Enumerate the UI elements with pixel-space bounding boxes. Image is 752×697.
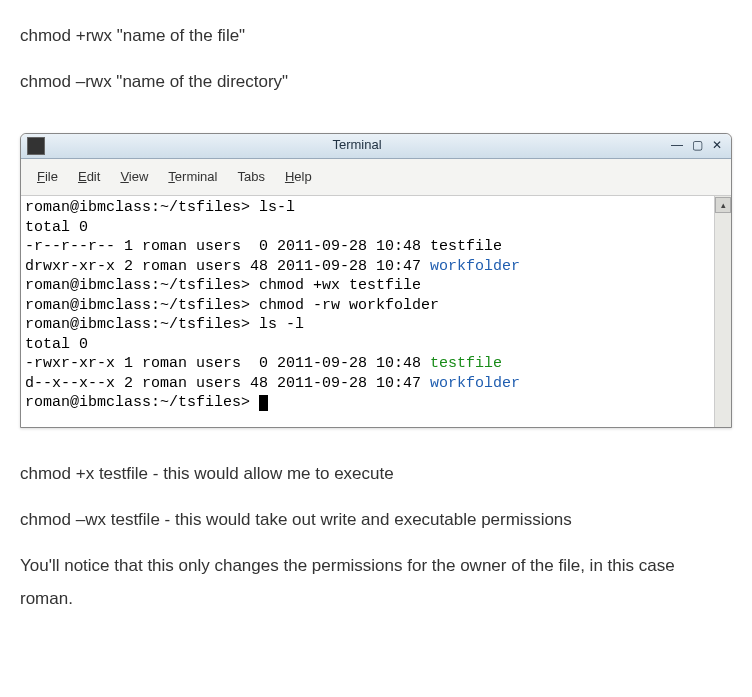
term-line: -rwxr-xr-x 1 roman users 0 2011-09-28 10… <box>25 355 430 372</box>
menu-tabs[interactable]: Tabs <box>229 163 272 192</box>
close-button[interactable]: ✕ <box>709 139 725 153</box>
term-prompt: roman@ibmclass:~/tsfiles> <box>25 394 259 411</box>
titlebar: Terminal — ▢ ✕ <box>21 134 731 159</box>
term-filename: testfile <box>430 355 502 372</box>
scrollbar[interactable]: ▴ <box>714 196 731 427</box>
menu-terminal[interactable]: Terminal <box>160 163 225 192</box>
terminal-window: Terminal — ▢ ✕ File Edit View Terminal T… <box>20 133 732 428</box>
term-filename: testfile <box>430 238 502 255</box>
terminal-app-icon <box>27 137 45 155</box>
term-line: roman@ibmclass:~/tsfiles> ls -l <box>25 316 304 333</box>
terminal-output[interactable]: roman@ibmclass:~/tsfiles> ls-l total 0 -… <box>21 196 714 427</box>
term-folder: workfolder <box>430 375 520 392</box>
scroll-up-icon[interactable]: ▴ <box>715 197 731 213</box>
menu-view[interactable]: View <box>112 163 156 192</box>
doc-line-3: chmod +x testfile - this would allow me … <box>20 458 732 490</box>
window-controls: — ▢ ✕ <box>669 139 725 153</box>
term-line: -r--r--r-- 1 roman users 0 2011-09-28 10… <box>25 238 430 255</box>
doc-line-5: You'll notice that this only changes the… <box>20 550 732 615</box>
term-folder: workfolder <box>430 258 520 275</box>
menu-file[interactable]: File <box>29 163 66 192</box>
term-line: roman@ibmclass:~/tsfiles> chmod -rw work… <box>25 297 439 314</box>
window-title: Terminal <box>45 133 669 158</box>
menu-edit[interactable]: Edit <box>70 163 108 192</box>
menu-help[interactable]: Help <box>277 163 320 192</box>
term-line: d--x--x--x 2 roman users 48 2011-09-28 1… <box>25 375 430 392</box>
term-line: total 0 <box>25 336 88 353</box>
menubar: File Edit View Terminal Tabs Help <box>21 159 731 197</box>
doc-line-4: chmod –wx testfile - this would take out… <box>20 504 732 536</box>
doc-line-1: chmod +rwx "name of the file" <box>20 20 732 52</box>
term-line: drwxr-xr-x 2 roman users 48 2011-09-28 1… <box>25 258 430 275</box>
doc-line-2: chmod –rwx "name of the directory" <box>20 66 732 98</box>
term-line: roman@ibmclass:~/tsfiles> ls-l <box>25 199 295 216</box>
term-line: roman@ibmclass:~/tsfiles> chmod +wx test… <box>25 277 421 294</box>
minimize-button[interactable]: — <box>669 139 685 153</box>
maximize-button[interactable]: ▢ <box>689 139 705 153</box>
term-line: total 0 <box>25 219 88 236</box>
cursor <box>259 395 268 411</box>
